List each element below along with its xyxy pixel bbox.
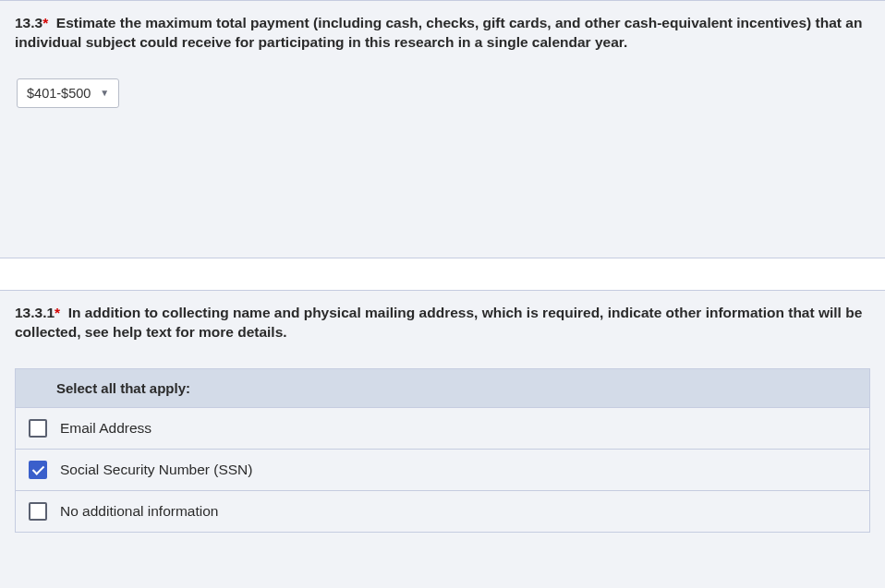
checkbox-none[interactable] <box>29 502 47 521</box>
checkbox-ssn[interactable] <box>29 461 47 479</box>
chevron-down-icon: ▼ <box>100 88 109 98</box>
required-asterisk: * <box>55 305 60 320</box>
question-text: Estimate the maximum total payment (incl… <box>15 15 862 50</box>
checklist-option-email[interactable]: Email Address <box>15 408 870 450</box>
required-asterisk: * <box>42 15 48 30</box>
option-label: Email Address <box>60 420 152 437</box>
dropdown-selected-value: $401-$500 <box>27 86 91 101</box>
question-number: 13.3.1 <box>15 305 55 320</box>
question-13-3-1-prompt: 13.3.1* In addition to collecting name a… <box>15 304 870 342</box>
payment-range-dropdown[interactable]: $401-$500 ▼ <box>17 78 119 108</box>
checklist-option-none[interactable]: No additional information <box>15 491 870 533</box>
checklist-container: Select all that apply: Email Address Soc… <box>15 368 870 533</box>
question-number: 13.3 <box>15 15 42 30</box>
option-label: Social Security Number (SSN) <box>60 462 252 478</box>
option-label: No additional information <box>60 503 218 520</box>
question-section-13-3-1: 13.3.1* In addition to collecting name a… <box>0 290 885 588</box>
checklist-header: Select all that apply: <box>15 368 870 408</box>
checklist-option-ssn[interactable]: Social Security Number (SSN) <box>15 450 870 491</box>
question-text: In addition to collecting name and physi… <box>15 305 862 340</box>
section-gap <box>0 258 885 290</box>
question-section-13-3: 13.3* Estimate the maximum total payment… <box>0 0 885 258</box>
question-13-3-prompt: 13.3* Estimate the maximum total payment… <box>15 14 870 53</box>
checkbox-email[interactable] <box>29 419 47 438</box>
